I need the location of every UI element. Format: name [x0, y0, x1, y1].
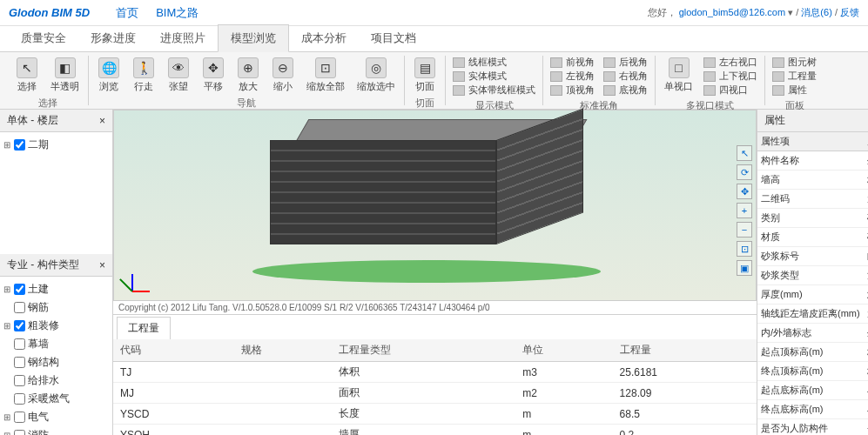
- property-row[interactable]: 终点顶标高(m)3.65: [757, 362, 868, 381]
- tree-item[interactable]: ⊞消防: [3, 426, 109, 435]
- tree-panel-toggle[interactable]: 图元树: [772, 56, 817, 69]
- zoom-selection-button[interactable]: ◎缩放选中: [352, 56, 400, 95]
- transparent-button[interactable]: ◧半透明: [45, 56, 84, 95]
- expand-icon[interactable]: ⊞: [3, 140, 14, 150]
- quantity-tab[interactable]: 工程量: [117, 317, 171, 339]
- tree-item[interactable]: 采暖燃气: [3, 390, 109, 408]
- tree-checkbox[interactable]: [14, 375, 25, 386]
- tb-viewport[interactable]: 上下视口: [703, 70, 757, 83]
- property-row[interactable]: 类别砼小型空: [757, 209, 868, 228]
- bottom-view[interactable]: 底视角: [603, 84, 648, 97]
- property-row[interactable]: 起点顶标高(m)3.65: [757, 343, 868, 362]
- wireframe-mode[interactable]: 线框模式: [453, 56, 535, 69]
- solid-wire-mode[interactable]: 实体带线框模式: [453, 84, 535, 97]
- quantity-panel-toggle[interactable]: 工程量: [772, 70, 817, 83]
- app-header: Glodon BIM 5D 首页 BIM之路 您好， glodon_bim5d@…: [0, 0, 868, 26]
- property-row[interactable]: 起点底标高(m)-0.1: [757, 381, 868, 400]
- close-icon[interactable]: ×: [99, 259, 105, 271]
- tree-item[interactable]: ⊞粗装修: [3, 317, 109, 335]
- tree-checkbox[interactable]: [14, 302, 25, 313]
- close-icon[interactable]: ×: [99, 115, 105, 127]
- table-row[interactable]: YSQH墙厚m0.2: [113, 425, 757, 436]
- tree-item[interactable]: 钢筋: [3, 298, 109, 317]
- walk-button[interactable]: 🚶行走: [127, 56, 160, 95]
- look-button[interactable]: 👁张望: [162, 56, 195, 95]
- tree-item[interactable]: 给排水: [3, 371, 109, 390]
- select-button[interactable]: ↖选择: [10, 56, 44, 95]
- vt-fit[interactable]: ⊡: [737, 241, 752, 257]
- tab-photos[interactable]: 进度照片: [148, 25, 218, 51]
- qty-unit: m3: [515, 362, 612, 383]
- nav-home[interactable]: 首页: [116, 5, 138, 21]
- expand-icon[interactable]: ⊞: [3, 321, 14, 331]
- tree-checkbox[interactable]: [14, 393, 25, 405]
- single-viewport[interactable]: □单视口: [659, 56, 698, 97]
- vt-zoom-in[interactable]: +: [737, 203, 752, 218]
- property-panel-toggle[interactable]: 属性: [772, 84, 817, 97]
- tree-checkbox[interactable]: [14, 284, 25, 295]
- tree-item[interactable]: 钢结构: [3, 353, 109, 371]
- tree-checkbox[interactable]: [14, 139, 25, 151]
- section-button[interactable]: ▤切面: [408, 56, 441, 95]
- prop-key: 砂浆类型: [757, 266, 864, 285]
- bottom-view-icon: [603, 85, 616, 96]
- table-row[interactable]: YSCD长度m68.5: [113, 404, 757, 425]
- pan-button[interactable]: ✥平移: [197, 56, 230, 95]
- group-label-select: 选择: [38, 97, 57, 110]
- nav-bim-road[interactable]: BIM之路: [156, 5, 198, 21]
- property-row[interactable]: 是否为人防构件否: [757, 419, 868, 436]
- right-view[interactable]: 右视角: [603, 70, 648, 83]
- property-row[interactable]: 墙高3.75: [757, 171, 868, 190]
- tree-item[interactable]: 幕墙: [3, 335, 109, 353]
- vt-zoom-out[interactable]: −: [737, 222, 752, 238]
- tree-item[interactable]: ⊞二期: [3, 136, 109, 154]
- left-view[interactable]: 左视角: [550, 70, 595, 83]
- property-row[interactable]: 内/外墙标志外墙: [757, 324, 868, 343]
- property-row[interactable]: 终点底标高(m)-0.1: [757, 400, 868, 419]
- tree-item[interactable]: ⊞土建: [3, 280, 109, 298]
- table-row[interactable]: MJ面积m2128.09: [113, 383, 757, 404]
- vt-orbit[interactable]: ⟳: [737, 164, 752, 180]
- vt-box[interactable]: ▣: [737, 260, 752, 276]
- top-view[interactable]: 顶视角: [550, 84, 595, 97]
- 3d-viewport[interactable]: ↖ ⟳ ✥ + − ⊡ ▣: [113, 110, 757, 301]
- property-row[interactable]: 砂浆类型混合砂浆: [757, 266, 868, 285]
- tree-checkbox[interactable]: [14, 320, 25, 331]
- tree-checkbox[interactable]: [14, 430, 25, 435]
- tree-item[interactable]: ⊞电气: [3, 408, 109, 426]
- tab-progress[interactable]: 形象进度: [78, 25, 148, 51]
- zoom-out-button[interactable]: ⊖缩小: [266, 56, 299, 95]
- expand-icon[interactable]: ⊞: [3, 284, 14, 294]
- tree-checkbox[interactable]: [14, 338, 25, 350]
- property-row[interactable]: 轴线距左墙皮距离(mm)100: [757, 304, 868, 324]
- specialty-header: 专业 - 构件类型 ×: [0, 254, 112, 277]
- quad-viewport[interactable]: 四视口: [703, 84, 757, 97]
- property-row[interactable]: 二维码109807: [757, 190, 868, 209]
- tab-quality[interactable]: 质量安全: [9, 25, 78, 51]
- property-row[interactable]: 厚度(mm)200: [757, 285, 868, 304]
- feedback-link[interactable]: 反馈: [840, 7, 859, 17]
- zoom-in-button[interactable]: ⊕放大: [232, 56, 265, 95]
- tab-cost[interactable]: 成本分析: [289, 25, 359, 51]
- property-row[interactable]: 材质砌块: [757, 228, 868, 247]
- orbit-button[interactable]: 🌐浏览: [92, 56, 125, 95]
- solid-mode[interactable]: 实体模式: [453, 70, 535, 83]
- property-row[interactable]: 构件名称外墙大孔: [757, 151, 868, 171]
- table-row[interactable]: TJ体积m325.6181: [113, 362, 757, 383]
- tree-checkbox[interactable]: [14, 412, 25, 423]
- lr-viewport[interactable]: 左右视口: [703, 56, 757, 69]
- tab-model-view[interactable]: 模型浏览: [218, 24, 289, 52]
- vt-cursor[interactable]: ↖: [737, 145, 752, 161]
- user-dropdown-icon[interactable]: ▾: [788, 7, 793, 17]
- property-row[interactable]: 砂浆标号M5: [757, 247, 868, 266]
- expand-icon[interactable]: ⊞: [3, 431, 14, 435]
- user-link[interactable]: glodon_bim5d@126.com: [679, 7, 785, 17]
- tab-docs[interactable]: 项目文档: [359, 25, 428, 51]
- front-view[interactable]: 前视角: [550, 56, 595, 69]
- expand-icon[interactable]: ⊞: [3, 412, 14, 422]
- messages-link[interactable]: 消息(6): [801, 7, 831, 17]
- tree-checkbox[interactable]: [14, 357, 25, 368]
- zoom-all-button[interactable]: ⊡缩放全部: [301, 56, 350, 95]
- back-view[interactable]: 后视角: [603, 56, 648, 69]
- vt-pan[interactable]: ✥: [737, 184, 752, 199]
